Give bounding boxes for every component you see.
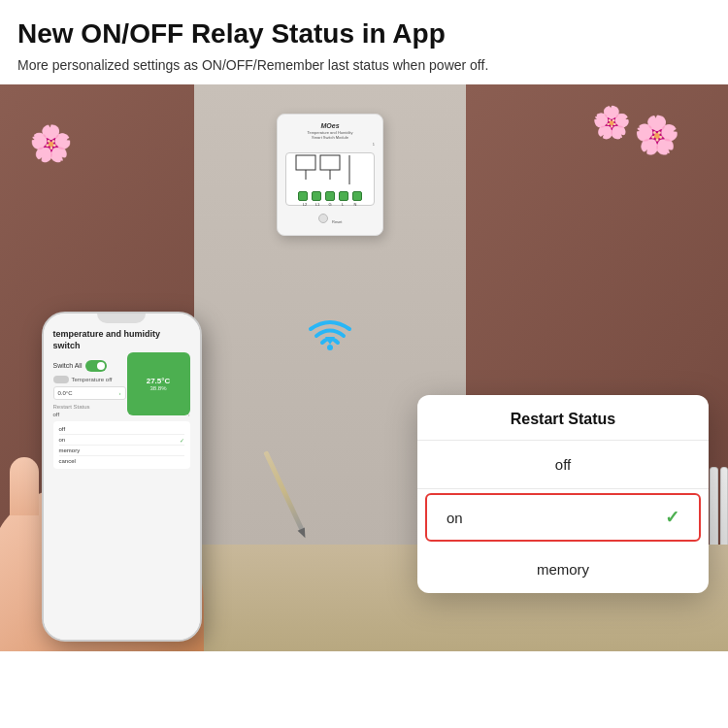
popup-dialog: Restart Status off on ✓ memory bbox=[417, 395, 709, 593]
wifi-icon-container bbox=[301, 308, 359, 355]
reset-label: Reset bbox=[332, 219, 342, 224]
popup-title: Restart Status bbox=[511, 411, 615, 427]
label-l: L bbox=[338, 202, 347, 207]
terminal-g bbox=[325, 191, 335, 201]
label-n: N bbox=[350, 202, 360, 207]
switch-diagram: L2 L1 G L N bbox=[285, 152, 375, 206]
phone-humidity-value: 38.8% bbox=[149, 385, 166, 391]
phone-switch-all-row: Switch All 27.5°C 38.8% bbox=[53, 360, 190, 372]
flower-right2-icon: 🌸 bbox=[592, 104, 631, 141]
popup-checkmark: ✓ bbox=[665, 507, 679, 528]
phone-app-title: temperature and humidity switch bbox=[53, 329, 190, 351]
main-title: New ON/OFF Relay Status in App bbox=[17, 17, 711, 50]
reset-button-area: Reset bbox=[285, 210, 375, 227]
svg-rect-1 bbox=[320, 155, 340, 170]
svg-point-5 bbox=[327, 345, 333, 350]
smart-switch-device: MOes Temperature and HumiditySmart Switc… bbox=[277, 114, 383, 235]
flower-left-icon: 🌸 bbox=[29, 123, 73, 164]
svg-rect-0 bbox=[296, 155, 315, 170]
terminals-row bbox=[298, 191, 362, 201]
phone-temp-toggle[interactable] bbox=[53, 376, 69, 383]
wiring-svg bbox=[291, 150, 369, 189]
popup-title-bar: Restart Status bbox=[417, 395, 709, 441]
phone-mini-item-cancel[interactable]: cancel bbox=[59, 456, 184, 466]
popup-item-off[interactable]: off bbox=[417, 441, 709, 489]
terminal-labels: L2 L1 G L N bbox=[300, 202, 360, 207]
phone-toggle-knob bbox=[97, 362, 105, 370]
header-area: New ON/OFF Relay Status in App More pers… bbox=[0, 0, 728, 84]
smartphone: temperature and humidity switch Switch A… bbox=[29, 292, 214, 651]
switch-label: Temperature and HumiditySmart Switch Mod… bbox=[285, 130, 375, 140]
switch-brand: MOes bbox=[285, 122, 375, 129]
phone-temp-label: Temperature off bbox=[72, 377, 113, 382]
phone-temp-input[interactable]: 0.0°C › bbox=[53, 386, 126, 400]
popup-on-label: on bbox=[447, 510, 463, 526]
scene-area: 🌸 MOes Temperature and HumiditySmart Swi… bbox=[0, 84, 728, 651]
popup-off-label: off bbox=[555, 456, 571, 473]
phone-temp-input-arrow: › bbox=[119, 390, 121, 396]
phone-mini-item-on[interactable]: on ✓ bbox=[59, 435, 184, 446]
phone-restart-status: off bbox=[53, 412, 60, 417]
popup-item-on[interactable]: on ✓ bbox=[425, 493, 701, 542]
phone-notch bbox=[97, 314, 146, 323]
phone-mini-list: off on ✓ memory cancel bbox=[53, 421, 190, 469]
wifi-icon bbox=[301, 308, 359, 351]
terminal-n bbox=[352, 191, 362, 201]
popup-item-memory[interactable]: memory bbox=[417, 546, 709, 593]
phone-body: temperature and humidity switch Switch A… bbox=[42, 312, 202, 642]
phone-temp-value: 27.5°C bbox=[147, 377, 171, 385]
phone-gauge: 27.5°C 38.8% bbox=[127, 352, 190, 415]
phone-temp-input-value: 0.0°C bbox=[58, 390, 73, 396]
phone-mini-item-off[interactable]: off bbox=[59, 424, 184, 435]
label-l1: L1 bbox=[313, 202, 322, 207]
flower-right1-icon: 🌸 bbox=[634, 114, 679, 156]
terminal-l1 bbox=[312, 191, 321, 201]
label-l2: L2 bbox=[300, 202, 310, 207]
switch-number: 1 bbox=[285, 142, 375, 147]
phone-mini-item-memory[interactable]: memory bbox=[59, 446, 184, 456]
reset-circle bbox=[318, 214, 328, 223]
phone-switch-all-label: Switch All bbox=[53, 362, 83, 369]
popup-memory-label: memory bbox=[537, 561, 589, 578]
terminal-l bbox=[339, 191, 348, 201]
terminal-l2 bbox=[298, 191, 308, 201]
phone-switch-all-toggle[interactable] bbox=[85, 360, 107, 372]
label-g: G bbox=[325, 202, 335, 207]
phone-screen: temperature and humidity switch Switch A… bbox=[44, 314, 200, 640]
sub-title: More personalized settings as ON/OFF/Rem… bbox=[17, 56, 711, 76]
